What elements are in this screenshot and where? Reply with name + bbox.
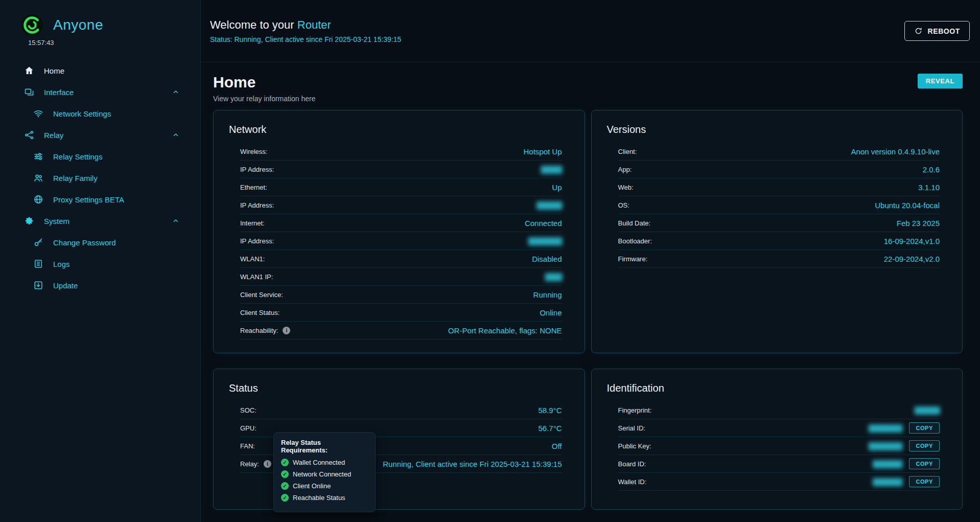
sidebar-item-label: Proxy Settings BETA — [53, 195, 124, 204]
logs-icon — [33, 258, 44, 269]
row-label: GPU: — [240, 424, 256, 432]
network-row-wlan1: WLAN1: Disabled — [240, 250, 562, 268]
network-row-ethernet-ip: IP Address: ██████ — [240, 196, 562, 214]
row-value: Connected — [525, 219, 562, 228]
row-label: Build Date: — [618, 219, 651, 227]
status-card: Status SOC: 58.9°C GPU: 56.7°C FAN: Off — [213, 369, 585, 510]
sidebar-item-system[interactable]: System — [0, 210, 200, 232]
network-row-wlan1-ip: WLAN1 IP: ████ — [240, 268, 562, 286]
copy-button[interactable]: COPY — [909, 476, 940, 487]
row-label: Wireless: — [240, 148, 267, 155]
card-title-network: Network — [229, 124, 569, 135]
versions-row-bootloader: Bootloader: 16-09-2024,v1.0 — [618, 232, 940, 250]
row-value-masked: ██████ — [915, 406, 940, 414]
copy-button[interactable]: COPY — [909, 458, 940, 469]
chevron-up-icon — [172, 131, 180, 139]
reveal-button[interactable]: REVEAL — [918, 74, 963, 88]
sidebar-item-interface[interactable]: Interface — [0, 81, 200, 103]
chevron-up-icon — [172, 217, 180, 225]
brand-name: Anyone — [53, 17, 103, 33]
versions-row-build-date: Build Date: Feb 23 2025 — [618, 214, 940, 232]
tooltip-item-label: Client Online — [293, 482, 331, 490]
tooltip-title: Relay Status Requirements: — [281, 439, 368, 454]
sidebar-item-relay-settings[interactable]: Relay Settings — [0, 146, 200, 167]
row-value-masked: ████████ — [869, 442, 902, 450]
sidebar-item-label: Home — [44, 66, 64, 75]
versions-row-firmware: Firmware: 22-09-2024,v2.0 — [618, 250, 940, 268]
row-value: Ubuntu 20.04-focal — [875, 201, 940, 210]
tooltip-item-label: Wallet Connected — [293, 459, 345, 466]
status-row-soc: SOC: 58.9°C — [240, 401, 562, 419]
row-value: 58.9°C — [538, 406, 562, 415]
sidebar-item-label: System — [44, 217, 69, 225]
network-row-internet-ip: IP Address: ████████ — [240, 232, 562, 250]
row-label: Firmware: — [618, 255, 648, 263]
network-row-client-service: Client Service: Running — [240, 286, 562, 304]
tooltip-item-label: Network Connected — [293, 470, 351, 478]
sidebar-item-label: Relay Family — [53, 174, 98, 183]
row-value: Up — [552, 183, 562, 192]
chevron-up-icon — [172, 88, 180, 96]
row-value-masked: ████████ — [869, 424, 902, 432]
row-label: App: — [618, 166, 632, 173]
sidebar-item-logs[interactable]: Logs — [0, 253, 200, 275]
sliders-icon — [33, 151, 44, 162]
sidebar-item-proxy-settings[interactable]: Proxy Settings BETA — [0, 189, 200, 210]
row-label: Wallet ID: — [618, 478, 647, 486]
sidebar-item-network-settings[interactable]: Network Settings — [0, 103, 200, 124]
sidebar-item-relay[interactable]: Relay — [0, 124, 200, 146]
row-value: OR-Port Reachable, flags: NONE — [448, 326, 562, 335]
row-value: Running — [533, 290, 562, 299]
page-title: Home — [213, 74, 316, 91]
page-content: Home View your relay information here RE… — [201, 62, 980, 522]
copy-button[interactable]: COPY — [909, 440, 940, 451]
row-label: WLAN1: — [240, 255, 265, 263]
network-row-internet: Internet: Connected — [240, 214, 562, 232]
info-icon[interactable] — [264, 460, 271, 468]
row-value: Feb 23 2025 — [897, 219, 940, 228]
page-subtitle: View your relay information here — [213, 95, 316, 103]
card-title-versions: Versions — [607, 124, 947, 135]
row-label: Client Status: — [240, 309, 279, 316]
clock: 15:57:43 — [28, 39, 200, 47]
status-line: Status: Running, Client active since Fri… — [210, 35, 401, 43]
check-icon — [281, 482, 289, 490]
sidebar-item-change-password[interactable]: Change Password — [0, 232, 200, 253]
row-value: Disabled — [532, 255, 562, 263]
row-value-masked: ███████ — [873, 478, 902, 486]
row-label: Board ID: — [618, 460, 646, 468]
tooltip-item: Wallet Connected — [281, 459, 368, 466]
row-value: 16-09-2024,v1.0 — [884, 237, 940, 245]
topbar: Welcome to your Router Status: Running, … — [201, 0, 980, 62]
row-label: IP Address: — [240, 166, 274, 173]
card-title-status: Status — [229, 382, 569, 394]
status-label: Status: — [210, 35, 232, 43]
interface-icon — [24, 86, 35, 98]
network-card: Network Wireless: Hotspot Up IP Address:… — [213, 110, 585, 353]
row-value: Anon version 0.4.9.10-live — [851, 147, 940, 156]
sidebar-item-label: Relay — [44, 131, 63, 140]
check-icon — [281, 494, 289, 502]
row-value: 22-09-2024,v2.0 — [884, 255, 940, 263]
row-label: Internet: — [240, 219, 265, 227]
card-title-identification: Identification — [607, 382, 947, 394]
network-row-ethernet: Ethernet: Up — [240, 178, 562, 196]
row-value: 56.7°C — [538, 424, 562, 433]
row-label: Client Service: — [240, 291, 283, 299]
sidebar-item-relay-family[interactable]: Relay Family — [0, 167, 200, 189]
versions-row-app: App: 2.0.6 — [618, 161, 940, 178]
row-label: Fingerprint: — [618, 406, 652, 414]
sidebar-item-label: Update — [53, 281, 78, 290]
gear-icon — [24, 215, 35, 226]
main-area: Welcome to your Router Status: Running, … — [201, 0, 980, 522]
sidebar-item-home[interactable]: Home — [0, 60, 200, 81]
copy-button[interactable]: COPY — [909, 422, 940, 434]
row-label: OS: — [618, 201, 629, 209]
row-label: Serial ID: — [618, 424, 645, 432]
reboot-button[interactable]: REBOOT — [904, 21, 970, 41]
versions-row-web: Web: 3.1.10 — [618, 178, 940, 196]
app-root: Anyone 15:57:43 Home Interface — [0, 0, 980, 522]
sidebar-item-update[interactable]: Update — [0, 275, 200, 296]
row-label: Client: — [618, 148, 637, 155]
info-icon[interactable] — [283, 327, 290, 334]
